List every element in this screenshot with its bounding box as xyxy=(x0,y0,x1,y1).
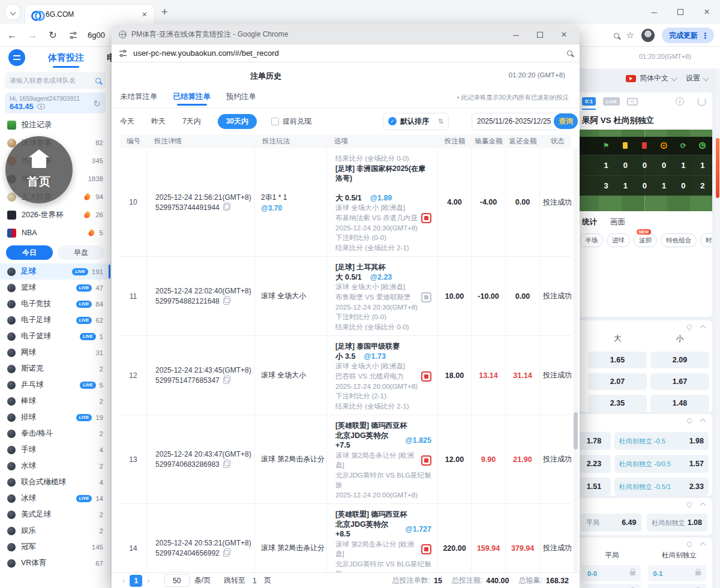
copy-icon[interactable] xyxy=(223,461,229,468)
history-tab-未结算注单[interactable]: 未结算注单 xyxy=(120,92,158,106)
tab-stats[interactable]: 统计 xyxy=(582,217,597,227)
query-button[interactable]: 查询 xyxy=(554,113,578,129)
collapse-icon[interactable] xyxy=(700,503,706,509)
odds-button-under[interactable]: 2.09 xyxy=(650,352,709,368)
market-pill-进球[interactable]: 进球 xyxy=(607,233,630,247)
pin-icon[interactable] xyxy=(686,541,692,547)
page-number[interactable]: 1 xyxy=(130,575,142,587)
copy-icon[interactable] xyxy=(223,298,229,305)
sidebar-sport-item[interactable]: 斯诺克2 xyxy=(0,361,110,377)
score-odds-button[interactable]: 0-1 xyxy=(648,565,707,581)
sidebar-sport-item[interactable]: 电子足球LIVE62 xyxy=(0,312,110,328)
score-odds-button[interactable]: 0-0 xyxy=(582,565,641,581)
jump-page-input[interactable]: 1 xyxy=(253,577,257,585)
sidebar-item-nba[interactable]: NBA5 xyxy=(0,224,110,242)
browser-tab[interactable]: 6G.COM × xyxy=(25,5,154,24)
sidebar-sport-item[interactable]: 冠军145 xyxy=(0,539,110,555)
eye-icon[interactable] xyxy=(37,104,45,109)
sidebar-sport-item[interactable]: 冰球LIVE14 xyxy=(0,490,110,506)
forward-button[interactable]: → xyxy=(24,27,41,44)
quick-filter-7天内[interactable]: 7天内 xyxy=(182,116,201,127)
cashout-icon[interactable] xyxy=(421,544,431,554)
odds-button-over[interactable]: 2.35 xyxy=(588,395,647,412)
collapse-icon[interactable] xyxy=(700,325,706,331)
sidebar-sport-item[interactable]: 电子竞技LIVE84 xyxy=(0,296,110,312)
cashout-icon[interactable] xyxy=(421,213,431,223)
popup-close-button[interactable]: × xyxy=(552,25,576,44)
score-odds-button[interactable]: 0-2 xyxy=(648,584,707,588)
popup-scrollbar[interactable] xyxy=(574,148,578,573)
market-pill-半场[interactable]: 半场 xyxy=(580,233,603,247)
refresh-spinner-icon[interactable] xyxy=(697,97,706,106)
sidebar-item-worldcup[interactable]: 2026-世界杯26 xyxy=(0,206,110,224)
sidebar-sport-item[interactable]: 足球LIVE191 xyxy=(0,263,110,280)
odds-button-under[interactable]: 1.48 xyxy=(650,395,709,412)
new-tab-button[interactable]: + xyxy=(161,6,168,19)
score-tab[interactable]: 0:1 xyxy=(582,97,596,106)
close-button[interactable]: × xyxy=(694,0,720,24)
reload-button[interactable]: ↻ xyxy=(44,27,61,44)
address-bar-url[interactable]: 6g00 xyxy=(88,31,105,40)
odds-button-away[interactable]: 杜尚别独立 -0.51.98 xyxy=(614,432,709,450)
cashout-checkbox[interactable] xyxy=(271,118,279,125)
sidebar-sport-item[interactable]: 娱乐2 xyxy=(0,523,110,539)
balance-refresh-icon[interactable]: ↻ xyxy=(93,98,101,109)
live-tab[interactable]: LIVE xyxy=(603,97,620,106)
tab-close-icon[interactable]: × xyxy=(141,10,148,19)
sidebar-sport-item[interactable]: 篮球LIVE47 xyxy=(0,280,110,296)
tune-icon[interactable] xyxy=(119,49,127,58)
pin-icon[interactable] xyxy=(686,501,692,508)
prev-page-icon[interactable]: ‹ xyxy=(122,576,125,585)
odds-button-over[interactable]: 2.07 xyxy=(588,373,647,390)
quick-filter-30天内[interactable]: 30天内 xyxy=(218,114,257,129)
site-menu-button[interactable] xyxy=(8,49,25,66)
popup-minimize-button[interactable]: ─ xyxy=(504,25,528,44)
popup-url[interactable]: user-pc-new.youbaokun.com/#/bet_record xyxy=(133,49,567,58)
language-selector[interactable]: 简体中文 xyxy=(640,73,668,83)
page-size-input[interactable]: 50 xyxy=(164,574,190,587)
collapse-icon[interactable] xyxy=(700,542,706,548)
sidebar-sport-item[interactable]: 网球31 xyxy=(0,344,110,361)
collapse-icon[interactable] xyxy=(700,419,706,425)
sidebar-sport-item[interactable]: 排球LIVE19 xyxy=(0,409,110,425)
site-settings-icon[interactable] xyxy=(65,27,82,44)
bookmark-star-icon[interactable]: ☆ xyxy=(626,30,634,41)
odds-button-away[interactable]: 杜尚别独立 1.08 xyxy=(647,514,708,532)
sidebar-sport-item[interactable]: VR体育67 xyxy=(0,555,110,571)
odds-button-home[interactable]: 1.78 xyxy=(577,432,611,450)
odds-button-over[interactable]: 1.65 xyxy=(588,352,647,368)
popup-titlebar[interactable]: PM体育-亚洲在线体育竞猜投注 - Google Chrome ─ × xyxy=(112,25,580,44)
market-pill-波胆[interactable]: 波胆NEW xyxy=(634,233,657,247)
scrollbar-thumb[interactable] xyxy=(716,138,719,198)
home-floating-button[interactable]: 首页 xyxy=(5,136,73,203)
copy-icon[interactable] xyxy=(223,204,229,211)
popup-zoom-icon[interactable] xyxy=(567,50,572,56)
sidebar-item-record[interactable]: 投注记录 xyxy=(0,116,110,134)
sidebar-sport-item[interactable]: 联合式橄榄球4 xyxy=(0,474,110,490)
popup-maximize-button[interactable] xyxy=(528,25,552,44)
next-page-icon[interactable]: › xyxy=(147,576,149,585)
date-range-picker[interactable]: 2025/11/26-2025/12/25 xyxy=(472,113,565,130)
score-odds-button[interactable]: 1-1 xyxy=(582,584,641,588)
quick-filter-昨天[interactable]: 昨天 xyxy=(151,116,166,127)
nav-tab-sports[interactable]: 体育投注 xyxy=(48,52,84,64)
odds-button-away[interactable]: 杜尚别独立 -0/0.51.57 xyxy=(614,455,709,473)
chrome-update-chip[interactable]: 完成更新 ⋮ xyxy=(662,28,714,43)
day-tab-今日[interactable]: 今日 xyxy=(6,245,53,260)
day-tab-早盘[interactable]: 早盘 xyxy=(58,245,104,260)
tab-screen[interactable]: 画面 xyxy=(610,217,625,227)
league-search-input[interactable]: 请输入联赛名或球队名 xyxy=(5,72,106,89)
tab-search-button[interactable] xyxy=(5,4,20,20)
quick-filter-今天[interactable]: 今天 xyxy=(120,116,134,127)
sidebar-sport-item[interactable]: 拳击/格斗2 xyxy=(0,425,110,442)
maximize-button[interactable] xyxy=(667,0,694,24)
odds-button-home[interactable]: 2.23 xyxy=(577,455,611,473)
odds-button-under[interactable]: 1.67 xyxy=(650,373,709,390)
pin-icon[interactable] xyxy=(686,323,692,330)
market-pill-特色组合[interactable]: 特色组合 xyxy=(661,233,697,247)
profile-avatar[interactable] xyxy=(641,29,655,42)
popup-scrollbar-thumb[interactable] xyxy=(574,412,578,449)
cashout-icon[interactable] xyxy=(421,292,431,302)
pitch-view-tab[interactable] xyxy=(627,98,638,106)
cashout-icon[interactable] xyxy=(421,371,431,382)
